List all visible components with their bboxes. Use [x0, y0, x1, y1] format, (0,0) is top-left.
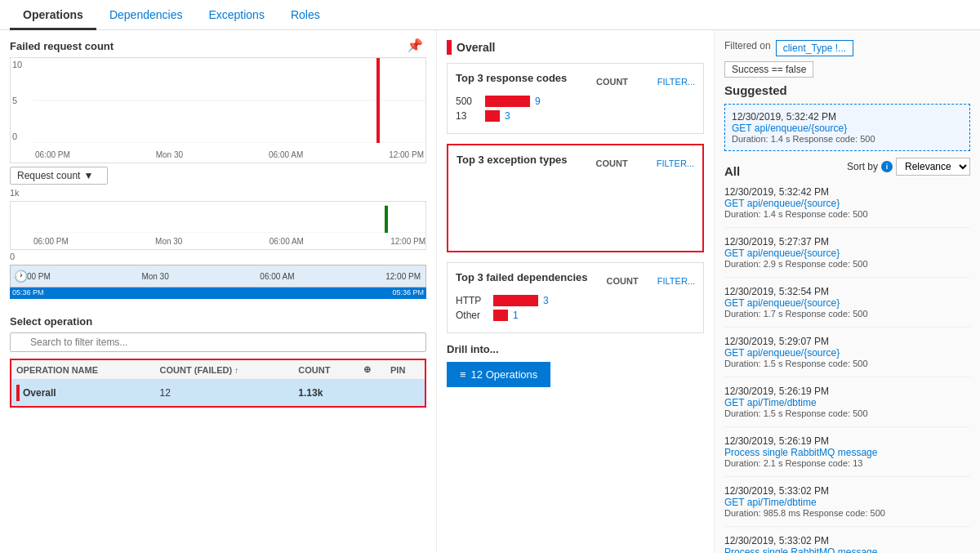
fd-name: HTTP: [456, 295, 488, 306]
tab-roles[interactable]: Roles: [278, 0, 333, 30]
et-filter-link[interactable]: FILTER...: [657, 158, 694, 168]
all-title: All: [724, 164, 740, 178]
failed-deps-rows: HTTP 3 Other 1: [456, 295, 695, 321]
suggested-item[interactable]: 12/30/2019, 5:32:42 PM GET api/enqueue/{…: [724, 104, 970, 151]
rc-row: 13 3: [456, 110, 695, 122]
rc-bar: [485, 110, 500, 122]
log-time: 12/30/2019, 5:26:19 PM: [724, 435, 970, 447]
log-url[interactable]: GET api/enqueue/{source}: [724, 248, 970, 259]
filter-chip-1[interactable]: client_Type !...: [776, 40, 853, 56]
chart2-x-labels: 06:00 PM Mon 30 06:00 AM 12:00 PM: [33, 233, 425, 249]
x-label-2: Mon 30: [156, 150, 183, 159]
failed-request-chart-section: Failed request count 📌 10 5 0: [10, 40, 426, 305]
y-label-5: 5: [12, 96, 22, 105]
c2-x-label-1: 06:00 PM: [33, 237, 69, 246]
filter-chip-2[interactable]: Success == false: [724, 61, 813, 78]
rc-filter-link[interactable]: FILTER...: [657, 77, 695, 87]
drill-btn-label: 12 Operations: [471, 368, 538, 381]
chart-x-labels: 06:00 PM Mon 30 06:00 AM 12:00 PM: [33, 146, 425, 163]
log-item[interactable]: 12/30/2019, 5:26:19 PM Process single Ra…: [724, 435, 970, 477]
filter-row-2: Success == false: [724, 63, 970, 75]
chart-title: Failed request count: [10, 40, 426, 52]
log-url[interactable]: GET api/enqueue/{source}: [724, 198, 970, 209]
right-panel: Filtered on client_Type !... Success == …: [715, 30, 980, 553]
log-item[interactable]: 12/30/2019, 5:29:07 PM GET api/enqueue/{…: [724, 336, 970, 377]
suggested-meta: Duration: 1.4 s Response code: 500: [732, 134, 963, 144]
op-extra: [385, 380, 425, 408]
log-item[interactable]: 12/30/2019, 5:27:37 PM GET api/enqueue/{…: [724, 236, 970, 278]
log-meta: Duration: 1.5 s Response code: 500: [724, 408, 970, 418]
log-url[interactable]: Process single RabbitMQ message: [724, 447, 970, 458]
filter-icon[interactable]: ⊕: [363, 364, 371, 374]
fd-count[interactable]: 1: [513, 310, 519, 321]
chart-dropdown[interactable]: Request count ▼: [10, 167, 108, 185]
fd-filter-link[interactable]: FILTER...: [657, 276, 695, 286]
th-operation-name: OPERATION NAME: [11, 359, 155, 380]
log-item[interactable]: 12/30/2019, 5:26:19 PM GET api/Time/dbti…: [724, 386, 970, 427]
rc-row: 500 9: [456, 96, 695, 107]
th-count-failed[interactable]: COUNT (FAILED) ↑: [155, 359, 294, 380]
log-items-container: 12/30/2019, 5:32:42 PM GET api/enqueue/{…: [724, 186, 970, 553]
rc-count[interactable]: 9: [535, 96, 541, 107]
rc-count[interactable]: 3: [505, 110, 510, 122]
info-icon: i: [881, 161, 893, 172]
filter-label: Filtered on: [724, 40, 771, 56]
chart-area: [33, 58, 425, 143]
log-url[interactable]: GET api/Time/dbtime: [724, 497, 970, 508]
log-time: 12/30/2019, 5:29:07 PM: [724, 336, 970, 347]
log-url[interactable]: Process single RabbitMQ message: [724, 546, 970, 553]
main-content: Failed request count 📌 10 5 0: [0, 30, 980, 553]
overall-label: Overall: [457, 41, 495, 54]
search-input[interactable]: [10, 332, 426, 352]
tl-label-3: 06:00 AM: [260, 272, 294, 281]
timeline-handle-right[interactable]: 05:36 PM: [390, 288, 426, 299]
clock-icon: 🕐: [14, 270, 28, 283]
second-chart-wrapper: 1k 06:00 PM Mon 30 06:00 AM: [10, 188, 426, 261]
left-panel: Failed request count 📌 10 5 0: [0, 30, 437, 553]
tabs-bar: Operations Dependencies Exceptions Roles: [0, 0, 980, 30]
timeline-slider[interactable]: 🕐 06:00 PM Mon 30 06:00 AM 12:00 PM: [10, 265, 426, 288]
timeline-wrapper: 🕐 06:00 PM Mon 30 06:00 AM 12:00 PM 05:3…: [10, 265, 426, 305]
log-url[interactable]: GET api/enqueue/{source}: [724, 297, 970, 309]
overall-red-rect: [447, 40, 452, 55]
fd-count[interactable]: 3: [543, 295, 549, 306]
drill-button[interactable]: ≡ 12 Operations: [447, 362, 550, 387]
op-count-failed: 12: [155, 380, 294, 408]
tl-label-2: Mon 30: [141, 272, 168, 281]
tab-operations[interactable]: Operations: [10, 0, 96, 30]
select-op-header: Select operation: [10, 315, 426, 328]
log-meta: Duration: 985.8 ms Response code: 500: [724, 508, 970, 518]
operations-table-body: Overall 12 1.13k: [11, 380, 425, 408]
sort-label: Sort by: [847, 161, 878, 172]
drill-icon: ≡: [460, 368, 466, 381]
log-time: 12/30/2019, 5:26:19 PM: [724, 386, 970, 397]
table-header-row: OPERATION NAME COUNT (FAILED) ↑ COUNT ⊕ …: [11, 359, 425, 380]
log-time: 12/30/2019, 5:33:02 PM: [724, 535, 970, 546]
chart2-svg: [33, 202, 425, 233]
log-item[interactable]: 12/30/2019, 5:32:54 PM GET api/enqueue/{…: [724, 286, 970, 328]
log-time: 12/30/2019, 5:32:54 PM: [724, 286, 970, 297]
response-codes-title: Top 3 response codes: [456, 72, 567, 84]
log-meta: Duration: 1.4 s Response code: 500: [724, 209, 970, 219]
log-url[interactable]: GET api/enqueue/{source}: [724, 347, 970, 359]
operations-table: OPERATION NAME COUNT (FAILED) ↑ COUNT ⊕ …: [10, 359, 426, 408]
exception-types-rows: [457, 177, 694, 243]
chart2-area: [33, 202, 425, 233]
x-label-1: 06:00 PM: [35, 150, 70, 159]
pin-icon[interactable]: 📌: [407, 38, 423, 53]
c2-x-label-4: 12:00 PM: [390, 237, 425, 246]
log-item[interactable]: 12/30/2019, 5:32:42 PM GET api/enqueue/{…: [724, 186, 970, 228]
x-label-3: 06:00 AM: [269, 150, 303, 159]
log-item[interactable]: 12/30/2019, 5:33:02 PM GET api/Time/dbti…: [724, 485, 970, 527]
log-url[interactable]: GET api/Time/dbtime: [724, 397, 970, 408]
search-wrapper: 🔍: [10, 332, 426, 352]
th-filter-icon: ⊕: [359, 359, 385, 380]
log-item[interactable]: 12/30/2019, 5:33:02 PM Process single Ra…: [724, 535, 970, 553]
timeline-handle-left[interactable]: 05:36 PM: [10, 288, 47, 299]
tab-dependencies[interactable]: Dependencies: [96, 0, 196, 30]
tab-exceptions[interactable]: Exceptions: [195, 0, 277, 30]
table-row[interactable]: Overall 12 1.13k: [11, 380, 425, 408]
suggested-url[interactable]: GET api/enqueue/{source}: [732, 123, 963, 134]
sort-select[interactable]: Relevance: [896, 158, 970, 176]
failed-deps-card: Top 3 failed dependencies COUNT FILTER..…: [447, 262, 704, 333]
